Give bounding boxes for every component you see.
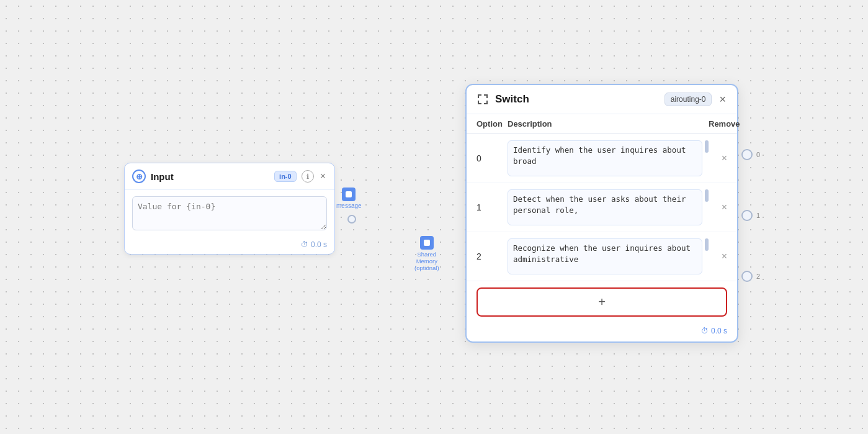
switch-row-1: 1 Detect when the user asks about their …	[467, 183, 737, 232]
row-1-remove-button[interactable]: ×	[709, 202, 727, 213]
switch-timer-label: 0.0 s	[711, 327, 727, 335]
input-node: ⊕ Input in-0 ℹ × ⏱ 0.0 s	[124, 163, 335, 255]
header-description: Description	[508, 119, 709, 129]
row-0-scrollbar-thumb	[705, 140, 709, 153]
row-0-remove-button[interactable]: ×	[709, 153, 727, 164]
switch-badge: airouting-0	[664, 93, 712, 106]
switch-panel-header: Switch airouting-0 ×	[467, 85, 737, 114]
output-label-2: 2	[756, 273, 760, 280]
input-node-badge: in-0	[274, 171, 297, 182]
connector-box-inner	[346, 191, 352, 197]
switch-title: Switch	[495, 93, 658, 106]
row-2-remove-button[interactable]: ×	[709, 251, 727, 262]
shared-memory-connector[interactable]: Shared Memory (optional)	[414, 236, 439, 271]
input-timer-label: 0.0 s	[311, 240, 327, 249]
row-0-description[interactable]: Identify when the user inquires about br…	[508, 140, 702, 176]
shared-memory-connector-box[interactable]	[420, 236, 434, 250]
switch-close-button[interactable]: ×	[718, 93, 727, 106]
info-icon[interactable]: ℹ	[302, 170, 314, 183]
output-connector-0[interactable]: 0	[741, 149, 760, 160]
message-connector-box[interactable]	[342, 188, 356, 201]
header-option: Option	[477, 119, 508, 129]
output-circle-0[interactable]	[741, 149, 753, 160]
input-node-header: ⊕ Input in-0 ℹ ×	[125, 163, 334, 190]
header-remove: Remove	[709, 119, 727, 129]
switch-footer: ⏱ 0.0 s	[467, 323, 737, 341]
add-option-button[interactable]: +	[477, 287, 727, 317]
switch-panel: Switch airouting-0 × Option Description …	[465, 84, 738, 343]
input-node-body	[125, 190, 334, 238]
input-node-icon: ⊕	[132, 170, 146, 183]
row-1-index: 1	[477, 202, 508, 212]
input-node-footer: ⏱ 0.0 s	[125, 238, 334, 254]
row-2-desc-wrapper: Recognize when the user inquires about a…	[508, 238, 709, 274]
switch-row-0: 0 Identify when the user inquires about …	[467, 134, 737, 183]
switch-rows: 0 Identify when the user inquires about …	[467, 134, 737, 281]
input-node-close-button[interactable]: ×	[319, 171, 327, 182]
output-circle-1[interactable]	[741, 210, 753, 221]
shared-memory-label: Shared Memory (optional)	[414, 251, 439, 271]
row-0-index: 0	[477, 153, 508, 163]
output-label-0: 0	[756, 151, 760, 158]
input-right-connector[interactable]	[347, 215, 356, 224]
output-circle-2[interactable]	[741, 271, 753, 282]
output-connectors: 0 1 2	[741, 149, 760, 282]
row-1-desc-wrapper: Detect when the user asks about their pe…	[508, 189, 709, 225]
row-2-description[interactable]: Recognize when the user inquires about a…	[508, 238, 702, 274]
switch-clock-icon: ⏱	[701, 327, 709, 335]
shared-memory-box-inner	[424, 240, 430, 246]
input-node-title: Input	[151, 171, 269, 182]
row-2-index: 2	[477, 251, 508, 261]
message-connector[interactable]: message	[336, 188, 362, 209]
expand-icon[interactable]	[477, 93, 489, 106]
output-connector-2[interactable]: 2	[741, 271, 760, 282]
output-label-1: 1	[756, 212, 760, 219]
input-textarea[interactable]	[132, 196, 327, 230]
message-connector-label: message	[336, 202, 362, 209]
row-1-description[interactable]: Detect when the user asks about their pe…	[508, 189, 702, 225]
row-0-desc-wrapper: Identify when the user inquires about br…	[508, 140, 709, 176]
clock-icon: ⏱	[301, 240, 308, 249]
row-1-scrollbar-thumb	[705, 189, 709, 202]
output-connector-1[interactable]: 1	[741, 210, 760, 221]
switch-table-header: Option Description Remove	[467, 114, 737, 134]
switch-row-2: 2 Recognize when the user inquires about…	[467, 232, 737, 281]
row-2-scrollbar-thumb	[705, 238, 709, 251]
